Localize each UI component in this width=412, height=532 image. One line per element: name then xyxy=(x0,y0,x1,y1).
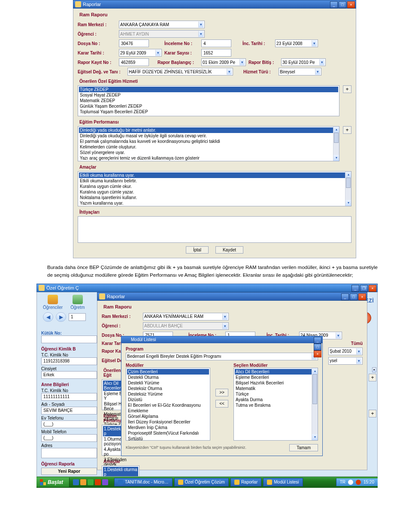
list-item[interactable]: Toplumsal Yaşam Becerileri ZEDEP xyxy=(79,109,338,115)
toolbar-ogrenciler[interactable]: Öğrenciler xyxy=(43,295,63,310)
close-button[interactable]: × xyxy=(358,293,366,300)
inc-tarihi-select[interactable]: 23 Eylül 2008▾ xyxy=(275,39,318,47)
list-item[interactable]: Emekleme xyxy=(127,408,209,414)
karar-sayisi-input[interactable] xyxy=(201,49,231,57)
list-item[interactable]: Ayakta Durma xyxy=(235,397,317,402)
list-item[interactable]: Etkili okuma kurallarını belirtir. xyxy=(79,178,350,184)
list-item[interactable]: İleri Düzey Fonksiyonel Beceriler xyxy=(127,419,209,425)
tamam-button[interactable]: Tamam xyxy=(289,444,318,451)
list-item[interactable]: Sözel yönergelere uyar. xyxy=(79,150,338,155)
anne-tc-input[interactable] xyxy=(41,393,97,401)
list-item[interactable]: Noktalama işaretlerini kullanır. xyxy=(79,195,350,200)
add-to-selected-button[interactable]: >> xyxy=(215,389,228,396)
scroll-down-icon[interactable]: ▾ xyxy=(312,434,318,440)
remove-from-selected-button[interactable]: << xyxy=(215,400,228,408)
taskbar-task[interactable]: Raporlar xyxy=(230,478,261,487)
nav-back-button[interactable]: ◀ xyxy=(43,312,53,322)
inceleme-no-input[interactable] xyxy=(201,39,231,47)
list-item[interactable]: Bilişsel Hazırlık Becerileri xyxy=(235,380,317,386)
list-item[interactable]: Tutma ve Bırakma xyxy=(235,402,317,408)
secilen-moduller-listbox[interactable]: Alıcı Dil Becerileri Eşleme BecerileriBi… xyxy=(233,368,318,441)
list-item[interactable]: Proprioseptif Sistem(Vücut Farkındalı xyxy=(127,430,209,436)
list-item[interactable]: Görsel Algılama xyxy=(127,414,209,419)
scrollbar[interactable]: ▴▾ xyxy=(312,368,318,440)
toolbar-ogretmen[interactable]: Öğretm xyxy=(70,295,85,310)
amaclar-listbox[interactable]: Etkili okuma kurallarına uyar. Etkili ok… xyxy=(78,171,351,206)
list-item[interactable]: Matematik ZEDEP xyxy=(79,98,338,103)
list-item[interactable]: Türkçe ZEDEP xyxy=(79,87,338,92)
taskbar-task[interactable]: Özel Öğretim Çözüm xyxy=(174,478,229,487)
tray-icon[interactable] xyxy=(356,480,361,485)
list-item[interactable]: Matematik xyxy=(235,386,317,391)
egitsel-tani-select[interactable]: HAFİF DÜZEYDE ZİHİNSEL YETERSİZLİK▾ xyxy=(127,68,233,76)
rapor-bitis-select[interactable]: Şubat 2010▾ xyxy=(328,348,363,355)
scroll-down-icon[interactable]: ▾ xyxy=(333,155,339,161)
ql-icon[interactable] xyxy=(102,479,108,485)
maximize-button[interactable]: □ xyxy=(339,1,346,8)
iptal-button[interactable]: İptal xyxy=(186,246,209,254)
rapor-kayit-no-input[interactable] xyxy=(119,58,149,66)
add-button[interactable]: + xyxy=(343,85,351,93)
scroll-up-icon[interactable]: ▴ xyxy=(333,127,339,133)
taskbar-task[interactable]: TANITIM.doc - Micro… xyxy=(114,478,172,487)
tray-icon[interactable] xyxy=(348,480,353,485)
list-item[interactable]: Destekli Oturma xyxy=(127,375,209,380)
onerilen-listbox[interactable]: Türkçe ZEDEP Sosyal Hayat ZEDEP Matemati… xyxy=(78,85,339,116)
moduller-listbox[interactable]: Çizim Becerileri Destekli OturmaDestekli… xyxy=(126,368,210,441)
scrollbar[interactable]: ▴▾ xyxy=(333,127,339,161)
list-item[interactable]: Dinlediği yada okuduğu masal ve öyküyle … xyxy=(79,133,338,139)
window-titlebar[interactable]: Raporlar _ □ × xyxy=(73,0,356,9)
list-item[interactable]: Sosyal Hayat ZEDEP xyxy=(79,92,338,98)
close-button[interactable]: × xyxy=(369,285,376,292)
list-item[interactable]: Eşleme Becerileri xyxy=(235,375,317,380)
list-item[interactable]: Kuralına uygun cümle okur. xyxy=(79,184,350,189)
tray-lang[interactable]: TR xyxy=(340,480,345,484)
nav-forward-button[interactable]: ▶ xyxy=(56,312,66,322)
amaclar-listbox[interactable]: 1.Destekli oturma p 5.Gözler açık ve ka … xyxy=(102,466,139,477)
restore-button[interactable]: ❐ xyxy=(360,285,368,292)
minimize-button[interactable]: _ xyxy=(341,293,349,300)
list-item[interactable]: Dinlediği yada okuduğu bir metni anlatır… xyxy=(79,127,338,133)
list-item[interactable]: Kuralına uygun cümle yazar. xyxy=(79,189,350,195)
start-button[interactable]: Başlat xyxy=(36,478,70,487)
mobil-tel-input[interactable] xyxy=(41,434,97,442)
taskbar-task[interactable]: Modül Listesi xyxy=(263,478,303,487)
program-select[interactable]: Bedensel Engelli Bireyler Destek Eğitim … xyxy=(126,353,318,360)
ram-merkezi-select[interactable]: ANKARA YENİMAHALLE RAM▾ xyxy=(143,313,229,320)
kutuk-no-input[interactable] xyxy=(41,336,97,343)
ev-tel-input[interactable] xyxy=(41,420,97,428)
rapor-bitis-select[interactable]: 30 Eylül 2010 Pe▾ xyxy=(281,58,326,66)
performans-listbox[interactable]: Dinlediği yada okuduğu bir metni anlatır… xyxy=(78,126,339,161)
list-item[interactable]: Dizüstü xyxy=(127,397,209,402)
ql-icon[interactable] xyxy=(95,479,101,485)
list-item[interactable]: Sırtüstü xyxy=(127,436,209,441)
scrollbar[interactable]: ▴▾ xyxy=(345,172,351,206)
karar-tarihi-select[interactable]: 29 Eylül 2009▾ xyxy=(119,49,162,57)
raporlar-titlebar[interactable]: Raporlar _ □ × xyxy=(97,292,367,301)
ql-icon[interactable] xyxy=(73,479,79,485)
hizmet-turu-select[interactable]: ysel▾ xyxy=(328,357,363,365)
list-item[interactable]: Türkçe xyxy=(235,391,317,397)
cinsiyet-input[interactable] xyxy=(41,371,97,379)
adres-input[interactable] xyxy=(41,448,97,458)
scroll-thumb[interactable] xyxy=(312,374,317,404)
list-item[interactable]: Desteksiz Yürüme xyxy=(127,391,209,397)
list-item[interactable]: Destekli Yürüme xyxy=(127,380,209,386)
scroll-up-icon[interactable]: ▴ xyxy=(345,172,351,178)
ihtiyaclar-listbox[interactable] xyxy=(78,216,351,243)
anne-ad-input[interactable] xyxy=(41,407,97,414)
list-item[interactable]: 1.Destekli oturma p xyxy=(103,467,138,477)
ql-icon[interactable] xyxy=(80,479,86,485)
rapor-baslangic-select[interactable]: 01 Ekim 2009 Pe▾ xyxy=(201,58,246,66)
minimize-button[interactable]: _ xyxy=(314,337,321,344)
dosya-no-input[interactable] xyxy=(119,39,149,47)
list-item[interactable]: Çizim Becerileri xyxy=(127,369,209,375)
close-button[interactable]: × xyxy=(314,351,321,357)
minimize-button[interactable]: _ xyxy=(351,285,359,292)
maximize-button[interactable]: □ xyxy=(314,344,321,351)
ram-merkezi-select[interactable]: ANKARA ÇANKAYA RAM▾ xyxy=(119,21,205,28)
minimize-button[interactable]: _ xyxy=(330,1,338,8)
close-button[interactable]: × xyxy=(347,1,355,8)
scroll-down-icon[interactable]: ▾ xyxy=(345,200,351,206)
scroll-up-icon[interactable]: ▴ xyxy=(372,367,376,372)
